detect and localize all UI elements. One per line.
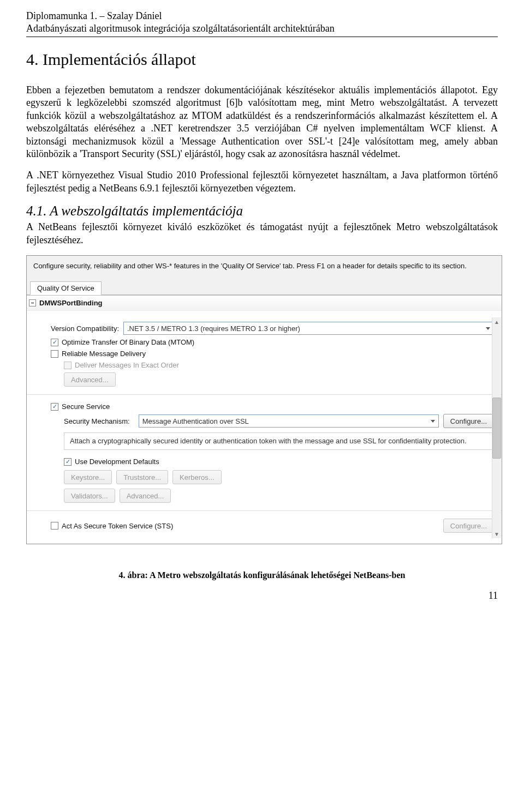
advanced-security-button: Advanced...: [120, 489, 171, 503]
version-compatibility-label: Version Compatibility:: [51, 324, 119, 333]
version-compatibility-select[interactable]: .NET 3.5 / METRO 1.3 (requires METRO 1.3…: [123, 322, 494, 335]
chevron-down-icon: [431, 420, 435, 423]
validators-button: Validators...: [64, 489, 115, 503]
checkbox-dev-defaults[interactable]: ✓ Use Development Defaults: [64, 458, 494, 466]
sts-configure-button: Configure...: [443, 519, 494, 533]
checkbox-sts-label: Act As Secure Token Service (STS): [62, 522, 173, 530]
page-number: 11: [26, 590, 498, 602]
config-tabs: Quality Of Service: [27, 281, 502, 295]
checkbox-mtom[interactable]: ✓ Optimize Transfer Of Binary Data (MTOM…: [51, 338, 494, 346]
security-mechanism-label: Security Mechanism:: [64, 417, 130, 425]
header-line-1: Diplomamunka 1. – Szalay Dániel: [26, 10, 498, 22]
section-title: 4. Implementációs állapot: [26, 50, 498, 69]
paragraph-3: A NetBeans fejlesztői környezet kiváló e…: [26, 221, 498, 246]
advanced-reliable-button: Advanced...: [64, 372, 116, 387]
paragraph-1: Ebben a fejezetben bemutatom a rendszer …: [26, 84, 498, 160]
kerberos-button: Kerberos...: [172, 470, 222, 484]
collapse-icon[interactable]: –: [29, 299, 36, 306]
figure-netbeans-config: Configure security, reliability and othe…: [26, 255, 498, 580]
checkbox-sts[interactable]: Act As Secure Token Service (STS) Config…: [51, 519, 494, 533]
checkbox-reliable-delivery[interactable]: Reliable Message Delivery: [51, 350, 494, 358]
subsection-title: 4.1. A webszolgáltatás implementációja: [26, 203, 498, 219]
checkbox-mtom-label: Optimize Transfer Of Binary Data (MTOM): [62, 338, 194, 346]
checkbox-reliable-label: Reliable Message Delivery: [62, 350, 146, 358]
header-line-2: Adatbányászati algoritmusok integrációja…: [26, 22, 498, 35]
config-body: – DMWSPortBinding Version Compatibility:…: [27, 295, 502, 544]
netbeans-config-window: Configure security, reliability and othe…: [26, 255, 502, 544]
truststore-button: Truststore...: [116, 470, 168, 484]
scroll-up-arrow-icon[interactable]: ▲: [492, 317, 501, 326]
security-mechanism-value: Message Authentication over SSL: [142, 417, 249, 425]
scrollbar[interactable]: ▲ ▼: [492, 317, 501, 538]
header-rule: [26, 37, 498, 37]
checkbox-icon: ✓: [51, 339, 58, 346]
security-mechanism-description: Attach a cryptographically secured ident…: [64, 432, 494, 450]
checkbox-icon: [51, 522, 58, 530]
tab-quality-of-service[interactable]: Quality Of Service: [30, 281, 102, 295]
checkbox-dev-defaults-label: Use Development Defaults: [75, 458, 159, 466]
binding-name: DMWSPortBinding: [39, 299, 103, 307]
scroll-down-arrow-icon[interactable]: ▼: [492, 530, 501, 538]
checkbox-exact-order-label: Deliver Messages In Exact Order: [75, 361, 179, 369]
paragraph-2: A .NET környezethez Visual Studio 2010 P…: [26, 169, 498, 195]
checkbox-exact-order: Deliver Messages In Exact Order: [64, 361, 494, 369]
security-mechanism-select[interactable]: Message Authentication over SSL: [139, 414, 439, 428]
checkbox-icon: [51, 350, 58, 358]
separator: [27, 394, 502, 395]
version-compatibility-value: .NET 3.5 / METRO 1.3 (requires METRO 1.3…: [127, 324, 300, 333]
checkbox-secure-service[interactable]: ✓ Secure Service: [51, 402, 494, 411]
advanced-reliable-row: Advanced...: [64, 372, 494, 387]
keystore-button: Keystore...: [64, 470, 112, 484]
checkbox-icon: [64, 362, 72, 369]
figure-caption: 4. ábra: A Metro webszolgáltatás konfigu…: [26, 570, 498, 580]
separator: [27, 510, 502, 511]
checkbox-secure-label: Secure Service: [62, 402, 110, 411]
chevron-down-icon: [486, 327, 490, 330]
security-configure-button[interactable]: Configure...: [443, 414, 494, 428]
checkbox-icon: ✓: [64, 458, 72, 466]
config-instruction-text: Configure security, reliability and othe…: [27, 256, 502, 281]
binding-header[interactable]: – DMWSPortBinding: [27, 296, 502, 311]
scrollbar-thumb[interactable]: [492, 398, 501, 459]
checkbox-icon: ✓: [51, 403, 58, 411]
